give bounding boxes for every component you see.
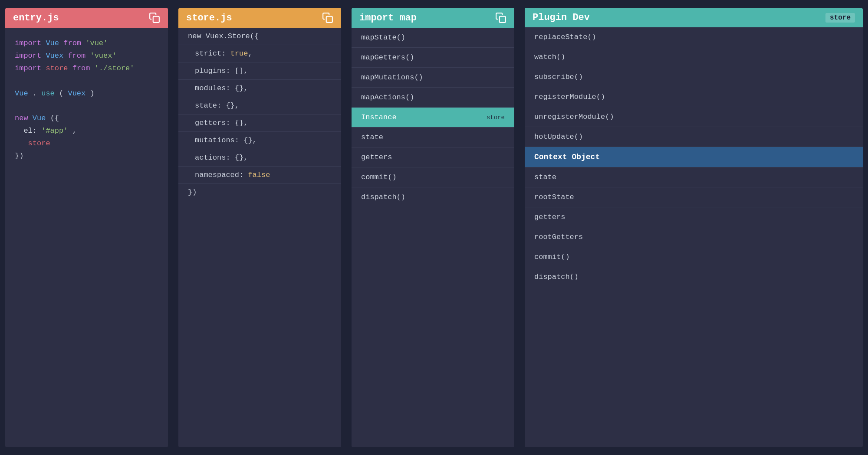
store-row-6: mutations: {},: [178, 132, 341, 149]
store-row-2: plugins: [],: [178, 62, 341, 80]
import-row-commit[interactable]: commit(): [352, 167, 514, 187]
import-body: mapState() mapGetters() mapMutations() m…: [352, 28, 514, 447]
store-body: new Vuex.Store({ strict: true, plugins: …: [178, 28, 341, 447]
plugin-body: replaceState() watch() subscribe() regis…: [525, 27, 863, 447]
plugin-context-header[interactable]: Context Object: [525, 147, 863, 167]
code-line-5: Vue . use ( Vuex ): [15, 88, 158, 100]
import-row-getters[interactable]: getters: [352, 147, 514, 167]
panel-plugin: Plugin Dev store replaceState() watch() …: [525, 8, 863, 447]
import-instance-badge: store: [487, 114, 505, 121]
plugin-row-ctx-dispatch[interactable]: dispatch(): [525, 267, 863, 287]
plugin-row-subscribe[interactable]: subscribe(): [525, 67, 863, 87]
plugin-row-replacestate[interactable]: replaceState(): [525, 27, 863, 47]
svg-rect-2: [500, 16, 506, 23]
import-row-mapactions[interactable]: mapActions(): [352, 88, 514, 108]
code-line-10: }): [15, 150, 158, 163]
entry-body: import Vue from 'vue' import Vuex from: [5, 28, 168, 447]
import-row-state[interactable]: state: [352, 128, 514, 147]
import-header: import map: [352, 8, 514, 28]
code-line-2: import Vuex from 'vuex': [15, 50, 158, 62]
code-line-9: store: [15, 137, 158, 150]
plugin-row-registermodule[interactable]: registerModule(): [525, 87, 863, 107]
plugin-row-watch[interactable]: watch(): [525, 47, 863, 67]
store-header: store.js: [178, 8, 341, 28]
panel-import: import map mapState() mapGetters() mapMu…: [352, 8, 514, 447]
plugin-row-ctx-rootstate[interactable]: rootState: [525, 187, 863, 207]
svg-rect-1: [326, 16, 332, 23]
plugin-badge: store: [825, 13, 855, 23]
code-line-3: import store from './store': [15, 62, 158, 75]
code-line-4: [15, 75, 158, 88]
panels-container: entry.js import Vue from 'vue': [0, 0, 868, 455]
store-row-5: getters: {},: [178, 115, 341, 132]
code-line-1: import Vue from 'vue': [15, 37, 158, 50]
store-row-9: }): [178, 184, 341, 201]
code-line-8: el: '#app' ,: [15, 125, 158, 137]
store-row-7: actions: {},: [178, 149, 341, 167]
code-line-7: new Vue ({: [15, 112, 158, 125]
plugin-row-ctx-commit[interactable]: commit(): [525, 247, 863, 267]
import-row-mapstate[interactable]: mapState(): [352, 28, 514, 48]
entry-header: entry.js: [5, 8, 168, 28]
import-instance-header: Instance store: [352, 108, 514, 128]
code-line-6: [15, 100, 158, 112]
store-row-3: modules: {},: [178, 80, 341, 97]
entry-code: import Vue from 'vue' import Vuex from: [15, 37, 158, 163]
store-row-8: namespaced: false: [178, 167, 341, 184]
store-row-0: new Vuex.Store({: [178, 28, 341, 45]
import-instance-label: Instance: [361, 113, 397, 121]
store-row-1: strict: true,: [178, 45, 341, 62]
import-row-mapmutations[interactable]: mapMutations(): [352, 68, 514, 88]
import-row-dispatch[interactable]: dispatch(): [352, 187, 514, 207]
store-title: store.js: [186, 13, 232, 23]
plugin-row-unregistermodule[interactable]: unregisterModule(): [525, 107, 863, 127]
entry-title: entry.js: [13, 13, 59, 23]
plugin-row-hotupdate[interactable]: hotUpdate(): [525, 127, 863, 147]
store-row-4: state: {},: [178, 97, 341, 115]
panel-store: store.js new Vuex.Store({ strict: true, …: [178, 8, 341, 447]
import-row-mapgetters[interactable]: mapGetters(): [352, 48, 514, 68]
plugin-row-ctx-state[interactable]: state: [525, 167, 863, 187]
import-title: import map: [359, 13, 417, 23]
copy-icon[interactable]: [149, 12, 160, 23]
copy-icon-import[interactable]: [495, 12, 506, 23]
plugin-row-ctx-rootgetters[interactable]: rootGetters: [525, 227, 863, 247]
plugin-row-ctx-getters[interactable]: getters: [525, 207, 863, 227]
panel-entry: entry.js import Vue from 'vue': [5, 8, 168, 447]
svg-rect-0: [153, 16, 159, 23]
plugin-title: Plugin Dev: [533, 12, 590, 23]
copy-icon-store[interactable]: [322, 12, 333, 23]
plugin-header: Plugin Dev store: [525, 8, 863, 27]
